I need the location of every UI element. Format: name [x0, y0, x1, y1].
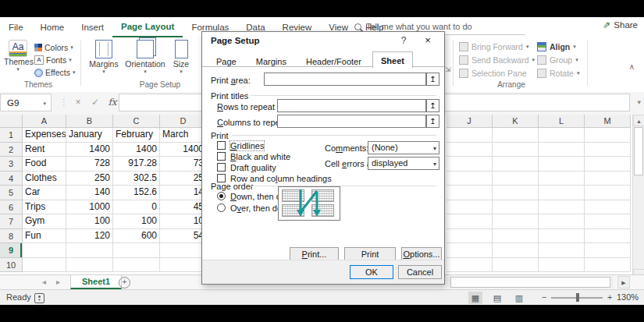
column-header[interactable]: D: [160, 115, 207, 128]
cell[interactable]: 14: [160, 186, 207, 200]
dialog-tab-header-footer[interactable]: Header/Footer: [297, 53, 370, 69]
column-header[interactable]: L: [539, 115, 585, 128]
next-sheet-icon[interactable]: ▸: [56, 275, 60, 289]
cell[interactable]: 120: [66, 229, 113, 244]
row-header[interactable]: 10: [0, 258, 23, 273]
cell[interactable]: 302.5: [113, 172, 160, 186]
cell[interactable]: Trips: [23, 200, 66, 215]
cell[interactable]: [585, 128, 631, 143]
cell[interactable]: [539, 128, 585, 143]
cell[interactable]: [66, 243, 113, 258]
cell[interactable]: 600: [113, 229, 160, 244]
zoom-level[interactable]: 130%: [617, 292, 639, 302]
row-header[interactable]: 1: [0, 128, 23, 143]
cell[interactable]: Rent: [23, 143, 66, 157]
cell[interactable]: [447, 186, 493, 200]
cell[interactable]: [113, 243, 160, 258]
cell[interactable]: [447, 258, 493, 273]
help-icon[interactable]: ?: [397, 35, 410, 46]
tab-page-layout[interactable]: Page Layout: [112, 17, 183, 37]
cell[interactable]: [585, 200, 631, 215]
draft-quality-label[interactable]: Draft quality: [230, 163, 276, 172]
cancel-entry-icon[interactable]: ×: [70, 94, 86, 111]
cell[interactable]: [585, 172, 631, 186]
accessibility-checker-icon[interactable]: [34, 293, 44, 303]
cancel-button[interactable]: Cancel: [398, 265, 442, 279]
zoom-in-icon[interactable]: +: [607, 292, 612, 302]
margins-button[interactable]: Margins ▾: [86, 40, 122, 75]
name-box[interactable]: G9 ▾: [0, 94, 52, 111]
cell[interactable]: [493, 258, 539, 273]
cell-errors-dropdown[interactable]: displayed ▾: [368, 157, 439, 170]
cell[interactable]: [493, 229, 539, 244]
cell[interactable]: 917.28: [113, 157, 160, 172]
zoom-slider-handle[interactable]: [576, 293, 579, 302]
ok-button[interactable]: OK: [350, 265, 393, 279]
send-backward-button[interactable]: Send Backward ▾: [459, 55, 535, 65]
cell[interactable]: February: [113, 128, 160, 143]
cell[interactable]: 54: [160, 229, 207, 244]
dialog-tab-page[interactable]: Page: [208, 53, 245, 69]
black-and-white-checkbox[interactable]: [217, 152, 226, 161]
insert-function-icon[interactable]: fx: [105, 94, 120, 111]
column-header[interactable]: M: [585, 115, 631, 128]
cell[interactable]: 10: [160, 214, 207, 229]
new-sheet-button[interactable]: +: [119, 277, 130, 288]
cell[interactable]: 152.6: [113, 186, 160, 200]
cell[interactable]: 728: [66, 157, 113, 172]
cell[interactable]: Gym: [23, 214, 66, 229]
cell[interactable]: [539, 229, 585, 244]
selection-pane-button[interactable]: Selection Pane: [459, 69, 527, 78]
sheet-tab-sheet1[interactable]: Sheet1: [70, 275, 122, 289]
align-button[interactable]: Align ▾: [537, 42, 576, 51]
page-break-view-icon[interactable]: ▥: [512, 292, 526, 304]
cell[interactable]: March: [160, 128, 207, 143]
rotate-button[interactable]: Rotate ▾: [537, 69, 579, 78]
cell[interactable]: [23, 243, 66, 258]
fonts-button[interactable]: A Fonts ▾: [34, 55, 72, 65]
tab-home[interactable]: Home: [32, 18, 73, 37]
cell[interactable]: 73: [160, 157, 207, 172]
cell[interactable]: [23, 258, 66, 273]
cell[interactable]: [447, 128, 493, 143]
cell[interactable]: [539, 143, 585, 157]
cell[interactable]: [493, 128, 539, 143]
scroll-up-icon[interactable]: ▲: [633, 115, 644, 126]
cell[interactable]: [539, 172, 585, 186]
cell[interactable]: 1400: [113, 143, 160, 157]
cell[interactable]: [493, 214, 539, 229]
effects-button[interactable]: Effects ▾: [34, 67, 75, 78]
cell[interactable]: January: [66, 128, 113, 143]
cell[interactable]: 0: [113, 200, 160, 215]
cell[interactable]: 25: [160, 172, 207, 186]
down-then-over-radio[interactable]: [217, 192, 226, 200]
row-header[interactable]: 5: [0, 186, 23, 200]
page-layout-view-icon[interactable]: ▤: [490, 292, 504, 304]
horizontal-scrollbar[interactable]: [449, 276, 614, 288]
cell[interactable]: [539, 258, 585, 273]
vertical-scroll-thumb[interactable]: [634, 127, 643, 175]
cell[interactable]: [585, 143, 631, 157]
expand-formula-bar-icon[interactable]: ▾: [637, 94, 641, 111]
cell[interactable]: [493, 157, 539, 172]
row-header[interactable]: 4: [0, 172, 23, 186]
cell[interactable]: [585, 157, 631, 172]
collapse-dialog-icon[interactable]: ↥: [426, 99, 439, 112]
row-header[interactable]: 8: [0, 229, 23, 244]
cell[interactable]: [539, 186, 585, 200]
rows-repeat-input[interactable]: [277, 99, 426, 112]
row-header[interactable]: 9: [0, 243, 23, 258]
cell[interactable]: Fun: [23, 229, 66, 244]
dialog-tab-margins[interactable]: Margins: [247, 53, 295, 69]
cell[interactable]: [113, 258, 160, 273]
dialog-tab-sheet[interactable]: Sheet: [372, 51, 413, 69]
over-then-down-radio[interactable]: [217, 203, 226, 212]
comments-dropdown[interactable]: (None) ▾: [368, 141, 439, 154]
vertical-scrollbar[interactable]: ▲ ▼: [632, 115, 644, 281]
cell[interactable]: [493, 143, 539, 157]
cell[interactable]: 140: [66, 186, 113, 200]
themes-button[interactable]: Aa Themes ▾: [4, 40, 32, 73]
scroll-right-icon[interactable]: ▶: [617, 276, 630, 288]
cell[interactable]: [539, 214, 585, 229]
cell[interactable]: [447, 229, 493, 244]
